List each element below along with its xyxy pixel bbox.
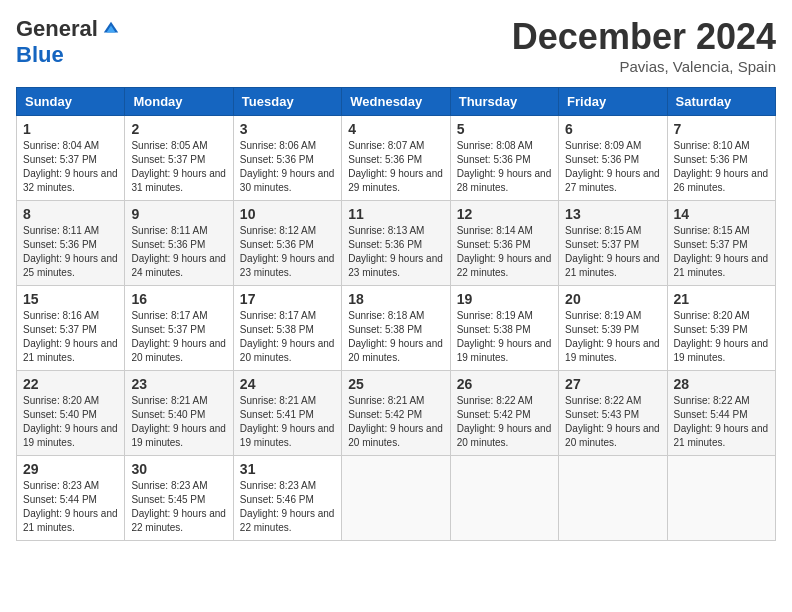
day-number: 8 (23, 206, 118, 222)
day-number: 26 (457, 376, 552, 392)
day-number: 12 (457, 206, 552, 222)
day-info: Sunrise: 8:21 AMSunset: 5:40 PMDaylight:… (131, 394, 226, 450)
day-number: 24 (240, 376, 335, 392)
day-number: 30 (131, 461, 226, 477)
calendar-week-1: 1Sunrise: 8:04 AMSunset: 5:37 PMDaylight… (17, 116, 776, 201)
day-info: Sunrise: 8:18 AMSunset: 5:38 PMDaylight:… (348, 309, 443, 365)
calendar-header-sunday: Sunday (17, 88, 125, 116)
logo-blue-text: Blue (16, 42, 64, 68)
table-row (342, 456, 450, 541)
day-info: Sunrise: 8:22 AMSunset: 5:42 PMDaylight:… (457, 394, 552, 450)
table-row: 1Sunrise: 8:04 AMSunset: 5:37 PMDaylight… (17, 116, 125, 201)
day-info: Sunrise: 8:13 AMSunset: 5:36 PMDaylight:… (348, 224, 443, 280)
table-row: 5Sunrise: 8:08 AMSunset: 5:36 PMDaylight… (450, 116, 558, 201)
day-info: Sunrise: 8:22 AMSunset: 5:44 PMDaylight:… (674, 394, 769, 450)
table-row: 29Sunrise: 8:23 AMSunset: 5:44 PMDayligh… (17, 456, 125, 541)
table-row: 14Sunrise: 8:15 AMSunset: 5:37 PMDayligh… (667, 201, 775, 286)
day-info: Sunrise: 8:05 AMSunset: 5:37 PMDaylight:… (131, 139, 226, 195)
day-info: Sunrise: 8:19 AMSunset: 5:38 PMDaylight:… (457, 309, 552, 365)
table-row: 20Sunrise: 8:19 AMSunset: 5:39 PMDayligh… (559, 286, 667, 371)
day-info: Sunrise: 8:09 AMSunset: 5:36 PMDaylight:… (565, 139, 660, 195)
day-number: 17 (240, 291, 335, 307)
table-row: 28Sunrise: 8:22 AMSunset: 5:44 PMDayligh… (667, 371, 775, 456)
day-info: Sunrise: 8:17 AMSunset: 5:37 PMDaylight:… (131, 309, 226, 365)
table-row (667, 456, 775, 541)
day-info: Sunrise: 8:06 AMSunset: 5:36 PMDaylight:… (240, 139, 335, 195)
table-row: 6Sunrise: 8:09 AMSunset: 5:36 PMDaylight… (559, 116, 667, 201)
day-info: Sunrise: 8:04 AMSunset: 5:37 PMDaylight:… (23, 139, 118, 195)
table-row: 10Sunrise: 8:12 AMSunset: 5:36 PMDayligh… (233, 201, 341, 286)
table-row: 26Sunrise: 8:22 AMSunset: 5:42 PMDayligh… (450, 371, 558, 456)
logo-icon (102, 20, 120, 38)
calendar-week-3: 15Sunrise: 8:16 AMSunset: 5:37 PMDayligh… (17, 286, 776, 371)
day-number: 7 (674, 121, 769, 137)
table-row: 7Sunrise: 8:10 AMSunset: 5:36 PMDaylight… (667, 116, 775, 201)
day-number: 4 (348, 121, 443, 137)
calendar-body: 1Sunrise: 8:04 AMSunset: 5:37 PMDaylight… (17, 116, 776, 541)
table-row: 24Sunrise: 8:21 AMSunset: 5:41 PMDayligh… (233, 371, 341, 456)
day-info: Sunrise: 8:10 AMSunset: 5:36 PMDaylight:… (674, 139, 769, 195)
day-info: Sunrise: 8:23 AMSunset: 5:46 PMDaylight:… (240, 479, 335, 535)
table-row: 9Sunrise: 8:11 AMSunset: 5:36 PMDaylight… (125, 201, 233, 286)
table-row: 27Sunrise: 8:22 AMSunset: 5:43 PMDayligh… (559, 371, 667, 456)
table-row (450, 456, 558, 541)
day-number: 19 (457, 291, 552, 307)
logo-general-text: General (16, 16, 98, 42)
calendar-header-thursday: Thursday (450, 88, 558, 116)
day-info: Sunrise: 8:11 AMSunset: 5:36 PMDaylight:… (23, 224, 118, 280)
day-number: 29 (23, 461, 118, 477)
day-number: 27 (565, 376, 660, 392)
calendar-header-monday: Monday (125, 88, 233, 116)
day-number: 6 (565, 121, 660, 137)
table-row (559, 456, 667, 541)
day-number: 1 (23, 121, 118, 137)
table-row: 25Sunrise: 8:21 AMSunset: 5:42 PMDayligh… (342, 371, 450, 456)
table-row: 4Sunrise: 8:07 AMSunset: 5:36 PMDaylight… (342, 116, 450, 201)
day-number: 22 (23, 376, 118, 392)
table-row: 19Sunrise: 8:19 AMSunset: 5:38 PMDayligh… (450, 286, 558, 371)
table-row: 30Sunrise: 8:23 AMSunset: 5:45 PMDayligh… (125, 456, 233, 541)
day-info: Sunrise: 8:15 AMSunset: 5:37 PMDaylight:… (674, 224, 769, 280)
day-number: 18 (348, 291, 443, 307)
day-info: Sunrise: 8:14 AMSunset: 5:36 PMDaylight:… (457, 224, 552, 280)
day-number: 13 (565, 206, 660, 222)
day-info: Sunrise: 8:19 AMSunset: 5:39 PMDaylight:… (565, 309, 660, 365)
calendar: SundayMondayTuesdayWednesdayThursdayFrid… (16, 87, 776, 541)
table-row: 31Sunrise: 8:23 AMSunset: 5:46 PMDayligh… (233, 456, 341, 541)
day-number: 28 (674, 376, 769, 392)
calendar-header: SundayMondayTuesdayWednesdayThursdayFrid… (17, 88, 776, 116)
calendar-week-4: 22Sunrise: 8:20 AMSunset: 5:40 PMDayligh… (17, 371, 776, 456)
day-number: 10 (240, 206, 335, 222)
day-info: Sunrise: 8:16 AMSunset: 5:37 PMDaylight:… (23, 309, 118, 365)
day-number: 23 (131, 376, 226, 392)
table-row: 3Sunrise: 8:06 AMSunset: 5:36 PMDaylight… (233, 116, 341, 201)
table-row: 2Sunrise: 8:05 AMSunset: 5:37 PMDaylight… (125, 116, 233, 201)
day-number: 5 (457, 121, 552, 137)
day-number: 3 (240, 121, 335, 137)
day-number: 31 (240, 461, 335, 477)
day-info: Sunrise: 8:08 AMSunset: 5:36 PMDaylight:… (457, 139, 552, 195)
month-title: December 2024 (512, 16, 776, 58)
calendar-header-wednesday: Wednesday (342, 88, 450, 116)
day-info: Sunrise: 8:21 AMSunset: 5:42 PMDaylight:… (348, 394, 443, 450)
calendar-header-saturday: Saturday (667, 88, 775, 116)
table-row: 11Sunrise: 8:13 AMSunset: 5:36 PMDayligh… (342, 201, 450, 286)
day-number: 14 (674, 206, 769, 222)
day-info: Sunrise: 8:23 AMSunset: 5:44 PMDaylight:… (23, 479, 118, 535)
table-row: 22Sunrise: 8:20 AMSunset: 5:40 PMDayligh… (17, 371, 125, 456)
day-number: 9 (131, 206, 226, 222)
table-row: 16Sunrise: 8:17 AMSunset: 5:37 PMDayligh… (125, 286, 233, 371)
day-number: 20 (565, 291, 660, 307)
day-info: Sunrise: 8:23 AMSunset: 5:45 PMDaylight:… (131, 479, 226, 535)
calendar-header-friday: Friday (559, 88, 667, 116)
day-info: Sunrise: 8:20 AMSunset: 5:39 PMDaylight:… (674, 309, 769, 365)
table-row: 23Sunrise: 8:21 AMSunset: 5:40 PMDayligh… (125, 371, 233, 456)
table-row: 13Sunrise: 8:15 AMSunset: 5:37 PMDayligh… (559, 201, 667, 286)
day-number: 15 (23, 291, 118, 307)
day-info: Sunrise: 8:15 AMSunset: 5:37 PMDaylight:… (565, 224, 660, 280)
day-number: 16 (131, 291, 226, 307)
day-number: 21 (674, 291, 769, 307)
table-row: 12Sunrise: 8:14 AMSunset: 5:36 PMDayligh… (450, 201, 558, 286)
day-info: Sunrise: 8:21 AMSunset: 5:41 PMDaylight:… (240, 394, 335, 450)
location: Pavias, Valencia, Spain (512, 58, 776, 75)
